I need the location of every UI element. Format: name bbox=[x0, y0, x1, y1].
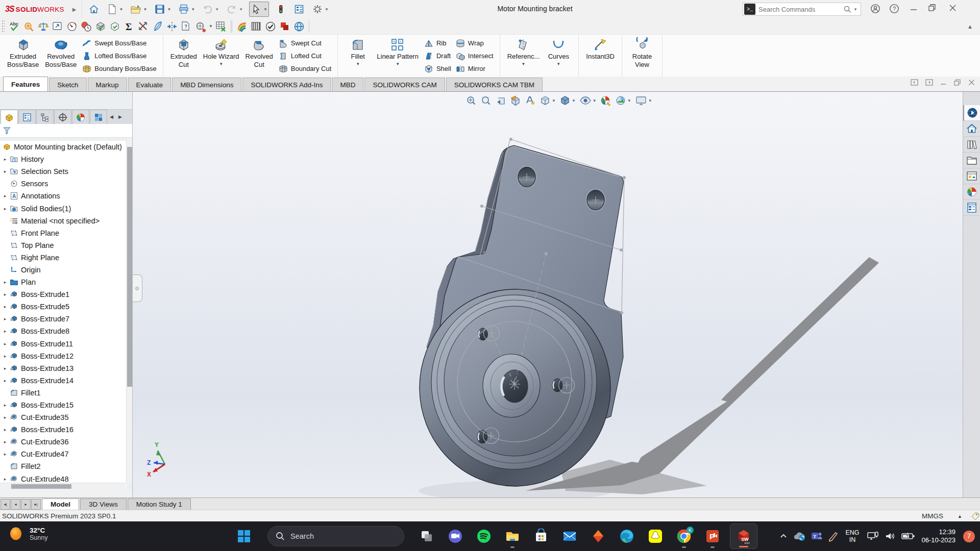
close-button[interactable] bbox=[948, 3, 958, 13]
save-button[interactable]: ▼ bbox=[153, 2, 172, 16]
tree-item-boss-extrude5[interactable]: ▸ Boss-Extrude5 bbox=[0, 300, 127, 313]
hole-wizard-button[interactable]: Hole Wizard▼ bbox=[200, 36, 242, 68]
design-table-icon[interactable] bbox=[214, 20, 228, 33]
expand-arrow-icon[interactable]: ▸ bbox=[1, 354, 9, 359]
boundary-boss-base-button[interactable]: Boundary Boss/Base bbox=[82, 62, 156, 75]
solidworks-taskbar-icon[interactable]: SW2023 bbox=[730, 523, 757, 549]
assembly-visualization-icon[interactable] bbox=[79, 20, 93, 33]
hide-show-items-button[interactable]: ▼ bbox=[579, 95, 597, 106]
caret-icon[interactable]: ▼ bbox=[648, 98, 652, 103]
compare-documents-icon[interactable]: ? bbox=[179, 20, 193, 33]
3d-interconnect-icon[interactable] bbox=[292, 20, 306, 33]
spell-check-icon[interactable]: Abc bbox=[8, 20, 22, 33]
tab-scroll-next-button[interactable]: ▸ bbox=[21, 499, 31, 510]
lofted-cut-button[interactable]: Lofted Cut bbox=[278, 49, 332, 62]
featuremanager-tree-tab[interactable] bbox=[1, 110, 18, 124]
tree-hscroll-thumb[interactable] bbox=[11, 484, 71, 489]
undo-button[interactable]: ▼ bbox=[201, 2, 220, 16]
caret-icon[interactable]: ▼ bbox=[627, 98, 631, 103]
units-caret-icon[interactable]: ▲ bbox=[958, 514, 962, 519]
mail-taskbar-icon[interactable] bbox=[562, 529, 577, 544]
zoom-area-button[interactable] bbox=[480, 95, 492, 106]
tray-expand-icon[interactable] bbox=[779, 532, 788, 541]
edge-taskbar-icon[interactable] bbox=[619, 529, 634, 544]
expand-arrow-icon[interactable]: ▸ bbox=[1, 403, 9, 408]
tab-mbd-dimensions[interactable]: MBD Dimensions bbox=[172, 78, 241, 91]
measure-icon[interactable] bbox=[22, 20, 36, 33]
boundary-cut-button[interactable]: Boundary Cut bbox=[278, 62, 332, 75]
design-library-pane-button[interactable] bbox=[963, 137, 980, 153]
expand-arrow-icon[interactable]: ▸ bbox=[1, 427, 9, 432]
tab-3d-views[interactable]: 3D Views bbox=[80, 498, 127, 510]
extruded-boss-base-button[interactable]: ExtrudedBoss/Base bbox=[4, 36, 42, 76]
rotate-view-button[interactable]: RotateView bbox=[626, 36, 658, 76]
expand-arrow-icon[interactable]: ▸ bbox=[1, 415, 9, 420]
mirror-button[interactable]: Mirror bbox=[455, 62, 494, 75]
tab-evaluate[interactable]: Evaluate bbox=[128, 78, 172, 91]
doc-close-icon[interactable] bbox=[968, 79, 975, 86]
search-caret-icon[interactable]: ▼ bbox=[853, 7, 857, 12]
custom-properties-pane-button[interactable] bbox=[963, 200, 980, 216]
draft-button[interactable]: Draft bbox=[424, 49, 451, 62]
units-selector[interactable]: MMGS bbox=[922, 512, 943, 520]
task-view-taskbar-icon[interactable] bbox=[419, 529, 434, 544]
dropdown-caret-icon[interactable]: ▼ bbox=[396, 62, 400, 67]
status-lights-button[interactable] bbox=[274, 2, 287, 16]
tree-item-cut-extrude47[interactable]: ▸ Cut-Extrude47 bbox=[0, 448, 127, 460]
save-caret-icon[interactable]: ▼ bbox=[167, 7, 171, 12]
tree-item-boss-extrude16[interactable]: ▸ Boss-Extrude16 bbox=[0, 423, 127, 436]
tree-item-cut-extrude35[interactable]: ▸ Cut-Extrude35 bbox=[0, 411, 127, 423]
logo-expand-arrow[interactable]: ▶ bbox=[72, 7, 77, 12]
file-explorer-taskbar-icon[interactable] bbox=[505, 529, 520, 544]
caret-icon[interactable]: ▼ bbox=[572, 98, 576, 103]
solidworks-resources-pane-button[interactable] bbox=[963, 105, 980, 121]
rib-button[interactable]: Rib bbox=[424, 37, 451, 49]
graphics-viewport[interactable]: Y Z X ▼▼▼▼▼ bbox=[133, 92, 963, 497]
select-button[interactable]: ▼ bbox=[249, 2, 269, 17]
expand-arrow-icon[interactable]: ▸ bbox=[1, 193, 9, 198]
display-manager-tab[interactable] bbox=[72, 110, 89, 124]
expand-arrow-icon[interactable]: ▸ bbox=[1, 169, 9, 174]
check-solid-icon[interactable] bbox=[93, 20, 108, 33]
tree-item-top-plane[interactable]: Top Plane bbox=[0, 239, 127, 252]
teams-icon[interactable]: T bbox=[811, 530, 823, 542]
tree-vertical-scrollbar[interactable] bbox=[126, 138, 132, 483]
tree-item-sensors[interactable]: Sensors bbox=[0, 178, 127, 190]
tree-item-fillet1[interactable]: Fillet1 bbox=[0, 387, 127, 399]
doc-minimize-icon[interactable] bbox=[940, 79, 947, 86]
tree-item-history[interactable]: ▸ History bbox=[0, 153, 127, 165]
expand-arrow-icon[interactable]: ▸ bbox=[1, 366, 9, 371]
cam-manager-tab[interactable] bbox=[90, 110, 107, 124]
microsoft-store-taskbar-icon[interactable] bbox=[533, 529, 549, 544]
zoom-fit-button[interactable] bbox=[465, 95, 477, 106]
deviation-analysis-icon[interactable] bbox=[136, 20, 151, 33]
display-style-button[interactable]: ▼ bbox=[559, 95, 576, 106]
verification-check-icon[interactable] bbox=[263, 20, 278, 33]
extruded-cut-button[interactable]: ExtrudedCut bbox=[167, 36, 200, 76]
doc-restore-icon[interactable] bbox=[954, 79, 961, 86]
apply-scene-button[interactable]: ▼ bbox=[615, 95, 631, 106]
help-icon[interactable]: ? bbox=[889, 4, 899, 14]
expand-arrow-icon[interactable]: ▸ bbox=[1, 477, 9, 482]
dropdown-caret-icon[interactable]: ▼ bbox=[522, 62, 526, 67]
tree-item-boss-extrude8[interactable]: ▸ Boss-Extrude8 bbox=[0, 325, 127, 337]
tab-scroll-first-button[interactable]: ◂| bbox=[1, 499, 10, 510]
spotify-taskbar-icon[interactable] bbox=[476, 529, 492, 544]
user-account-icon[interactable] bbox=[870, 4, 880, 14]
pen-icon[interactable] bbox=[827, 531, 839, 542]
settings-caret-icon[interactable]: ▼ bbox=[325, 7, 329, 12]
wrap-button[interactable]: Wrap bbox=[455, 37, 494, 49]
tree-item-boss-extrude14[interactable]: ▸ Boss-Extrude14 bbox=[0, 374, 127, 387]
tab-features[interactable]: Features bbox=[3, 77, 48, 91]
instant3d-button[interactable]: Instant3D bbox=[583, 36, 618, 68]
markup-tool-icon[interactable] bbox=[51, 20, 65, 33]
property-manager-tab[interactable] bbox=[18, 110, 36, 124]
configuration-manager-tab[interactable] bbox=[36, 110, 54, 124]
expand-arrow-icon[interactable]: ▸ bbox=[1, 329, 9, 334]
expand-arrow-icon[interactable]: ▸ bbox=[1, 292, 9, 297]
symmetry-check-icon[interactable] bbox=[165, 20, 179, 33]
tree-item-boss-extrude7[interactable]: ▸ Boss-Extrude7 bbox=[0, 313, 127, 325]
expand-arrow-icon[interactable]: ▸ bbox=[1, 341, 9, 346]
expand-arrow-icon[interactable]: ▸ bbox=[1, 280, 9, 285]
new-document-caret-icon[interactable]: ▼ bbox=[119, 7, 124, 12]
